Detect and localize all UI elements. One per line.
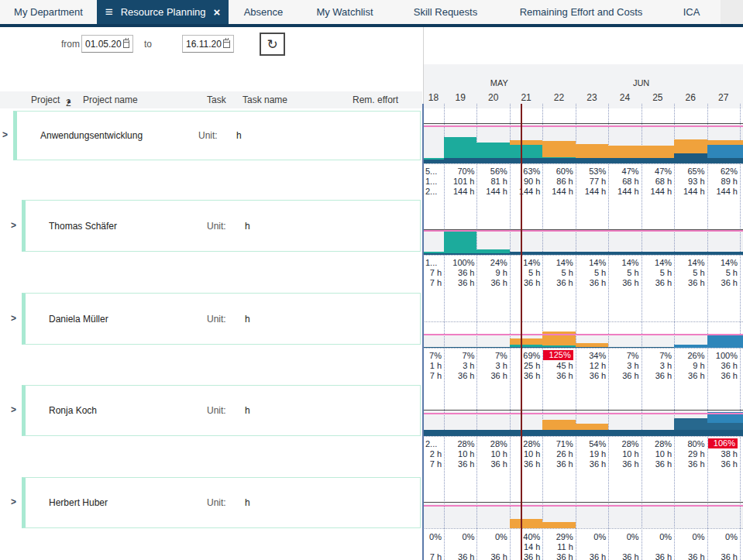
utilization-bar-dark_blue: [707, 252, 740, 255]
utilization-bar-teal: [510, 345, 542, 347]
planned-hours: 90 h: [511, 177, 540, 186]
capacity-hours: 36 h: [609, 552, 638, 560]
utilization-bar-orange: [576, 343, 608, 347]
utilization-bar-dark_blue: [444, 347, 476, 348]
calendar-icon[interactable]: [223, 40, 230, 48]
capacity-hours: 7 h: [424, 459, 442, 469]
column-separator: [740, 104, 741, 560]
from-date-input[interactable]: 01.05.20: [81, 35, 133, 53]
utilization-bar-teal: [444, 137, 476, 158]
planned-hours: 3 h: [445, 361, 474, 370]
today-line: [521, 104, 522, 560]
utilization-percent: 14%: [609, 258, 638, 267]
utilization-bar-dark_blue: [642, 430, 674, 436]
capacity-hours: 144 h: [609, 187, 638, 196]
menu-icon[interactable]: ≡: [105, 5, 113, 19]
planned-hours: 36 h: [445, 268, 474, 277]
capacity-hours: 36 h: [511, 278, 540, 287]
utilization-bar-dark_blue: [542, 430, 575, 436]
utilization-percent: 14%: [708, 258, 738, 267]
tab-my-watchlist[interactable]: My Watchlist: [298, 0, 391, 24]
resource-name: Ronja Koch: [49, 405, 97, 416]
expand-chevron-icon[interactable]: >: [2, 129, 8, 140]
refresh-button[interactable]: ↻: [260, 33, 285, 56]
utilization-bar-dark_blue: [510, 347, 542, 348]
capacity-line: [423, 334, 743, 335]
capacity-hours: 36 h: [543, 371, 573, 380]
planned-hours: 77 h: [576, 177, 606, 186]
capacity-line: [423, 413, 743, 414]
capacity-hours: 144 h: [445, 187, 474, 196]
week-label: 26: [686, 92, 696, 103]
plot-top-line: [423, 502, 743, 503]
planned-hours: 68 h: [609, 177, 638, 186]
resource-name: Daniela Müller: [49, 314, 108, 325]
unit-label: Unit:: [207, 405, 226, 416]
utilization-bar-dark_blue: [576, 252, 608, 255]
planned-hours: 45 h: [543, 361, 573, 370]
utilization-bar-dark_blue: [423, 160, 444, 163]
resource-row[interactable]: Herbert HuberUnit:h: [22, 477, 421, 528]
utilization-percent: 0%: [576, 532, 606, 541]
tab-ica[interactable]: ICA: [662, 0, 721, 24]
utilization-bar-dark_blue: [740, 252, 743, 255]
utilization-percent: 80%: [675, 439, 704, 448]
tab-skill-requests[interactable]: Skill Requests: [391, 0, 500, 24]
utilization-percent: 28%: [609, 439, 638, 448]
week-label: 19: [456, 92, 466, 103]
utilization-percent: 28%: [477, 439, 507, 448]
resource-row[interactable]: AnwendungsentwicklungUnit:h: [13, 111, 421, 160]
capacity-hours: 7 h: [424, 371, 442, 380]
capacity-hours: 36 h: [642, 278, 672, 287]
planned-hours: 10 h: [642, 449, 672, 459]
capacity-hours: 144 h: [576, 187, 606, 196]
utilization-percent: 62%: [708, 167, 738, 176]
column-header-task-name[interactable]: Task name: [243, 94, 287, 105]
close-tab-icon[interactable]: ×: [214, 6, 221, 18]
column-header-project[interactable]: Project: [31, 94, 60, 105]
utilization-percent: 60%: [543, 167, 573, 176]
tab-my-department[interactable]: My Department: [0, 0, 97, 24]
column-header-rem-effort[interactable]: Rem. effort: [353, 94, 398, 105]
tab-resource-planning[interactable]: ≡Resource Planning×: [97, 0, 229, 24]
tab-absence[interactable]: Absence: [229, 0, 298, 24]
calendar-icon[interactable]: [123, 40, 129, 48]
gridline-200pct: [423, 321, 743, 322]
tab-bar-filler: [721, 0, 743, 24]
utilization-bar-orange: [510, 338, 542, 344]
resource-name: Thomas Schäfer: [49, 221, 117, 232]
sort-ascending-icon: ▲: [66, 98, 72, 105]
utilization-bar-teal: [423, 158, 444, 160]
expand-chevron-icon[interactable]: >: [11, 220, 16, 231]
utilization-percent: 14%: [642, 258, 672, 267]
utilization-bar-dark_blue: [423, 430, 444, 436]
utilization-percent: 63%: [511, 167, 540, 176]
from-date-value: 01.05.20: [85, 39, 122, 50]
column-header-project-name[interactable]: Project name: [83, 94, 138, 105]
expand-chevron-icon[interactable]: >: [11, 404, 16, 415]
utilization-bar-dark_blue: [576, 430, 608, 436]
unit-label: Unit:: [198, 130, 218, 141]
planned-hours: 3 h: [477, 361, 507, 370]
utilization-percent: 5...: [424, 167, 442, 176]
resource-row[interactable]: Thomas SchäferUnit:h: [22, 200, 421, 252]
utilization-percent: 0%: [445, 532, 474, 541]
tab-remaining-effort-and-costs[interactable]: Remaining Effort and Costs: [500, 0, 662, 24]
capacity-hours: 144 h: [708, 187, 738, 196]
refresh-icon: ↻: [267, 36, 277, 53]
week-label: 21: [521, 92, 531, 103]
utilization-bar-dark_blue: [476, 347, 509, 348]
utilization-bar-dark_blue: [740, 158, 743, 163]
resource-row[interactable]: Daniela MüllerUnit:h: [22, 293, 421, 345]
utilization-bar-dark_blue: [674, 153, 707, 163]
to-date-input[interactable]: 16.11.20: [182, 35, 234, 53]
planned-hours: 1...: [424, 177, 442, 186]
expand-chevron-icon[interactable]: >: [11, 496, 16, 507]
utilization-bar-dark_blue: [444, 430, 476, 436]
planned-hours: 7 h: [424, 268, 442, 277]
resource-row[interactable]: Ronja KochUnit:h: [22, 385, 421, 436]
expand-chevron-icon[interactable]: >: [11, 313, 16, 324]
column-header-task[interactable]: Task: [207, 94, 226, 105]
utilization-bar-dark_blue: [542, 252, 575, 255]
utilization-bar-dark_blue: [674, 252, 707, 255]
